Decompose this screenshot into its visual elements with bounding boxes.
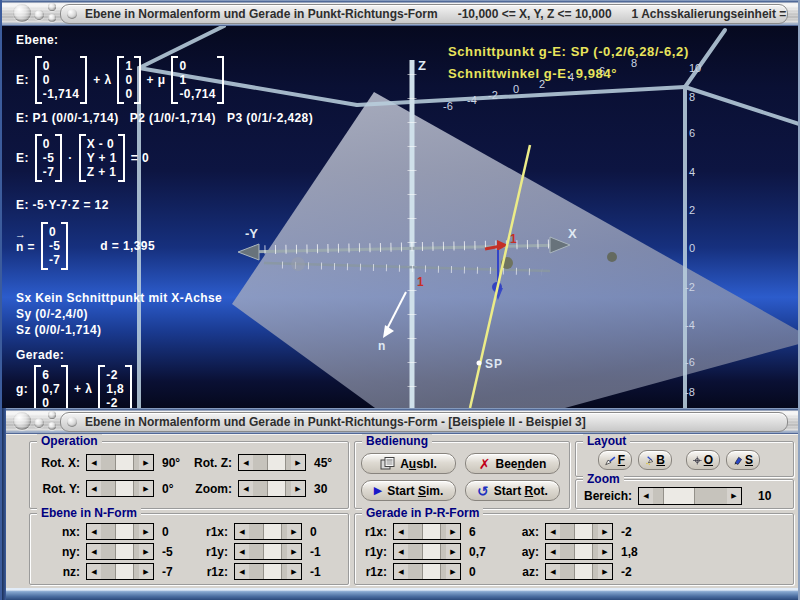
e-r1y-scrollbar[interactable]: ◀▶ [234, 543, 302, 560]
scroll-thumb[interactable] [267, 481, 286, 496]
scroll-left-icon[interactable]: ◀ [394, 524, 408, 539]
3d-viewport[interactable]: Z -Y X SP n 1 1 -6 -4 -2 0 2 4 6 8 10 [2, 26, 798, 408]
scroll-right-icon[interactable]: ▶ [139, 524, 153, 539]
scroll-left-icon[interactable]: ◀ [87, 524, 101, 539]
zoom-scrollbar[interactable]: ◀▶ [238, 480, 306, 497]
panel-titlebar[interactable]: Ebene in Normalenform und Gerade in Punk… [2, 408, 798, 434]
scroll-right-icon[interactable]: ▶ [291, 455, 305, 470]
scroll-left-icon[interactable]: ◀ [394, 544, 408, 559]
ax-scrollbar[interactable]: ◀▶ [545, 523, 613, 540]
panel-button-top[interactable] [48, 411, 56, 419]
scroll-right-icon[interactable]: ▶ [446, 564, 460, 579]
az-scrollbar[interactable]: ◀▶ [545, 563, 613, 580]
panel-button-bottom[interactable] [48, 422, 56, 430]
scroll-left-icon[interactable]: ◀ [235, 564, 249, 579]
layout-o-button[interactable]: O [686, 450, 720, 470]
scroll-track[interactable] [249, 524, 287, 539]
scroll-left-icon[interactable]: ◀ [235, 524, 249, 539]
layout-b-button[interactable]: B [638, 450, 672, 470]
scroll-right-icon[interactable]: ▶ [139, 455, 153, 470]
nz-scrollbar[interactable]: ◀▶ [86, 563, 154, 580]
scroll-thumb[interactable] [574, 524, 593, 539]
scroll-track[interactable] [408, 564, 446, 579]
e-r1x-scrollbar[interactable]: ◀▶ [234, 523, 302, 540]
scroll-right-icon[interactable]: ▶ [446, 524, 460, 539]
scroll-left-icon[interactable]: ◀ [546, 524, 560, 539]
ausbl-button[interactable]: Ausbl. [361, 453, 456, 474]
scroll-left-icon[interactable]: ◀ [239, 455, 253, 470]
g-r1x-scrollbar[interactable]: ◀▶ [393, 523, 461, 540]
ny-scrollbar[interactable]: ◀▶ [86, 543, 154, 560]
scroll-thumb[interactable] [263, 544, 282, 559]
window-titlebar[interactable]: Ebene in Normalenform und Gerade in Punk… [2, 0, 798, 26]
scroll-thumb[interactable] [115, 524, 134, 539]
scroll-track[interactable] [249, 564, 287, 579]
scroll-thumb[interactable] [422, 564, 441, 579]
g-r1z-scrollbar[interactable]: ◀▶ [393, 563, 461, 580]
window-button-top[interactable] [48, 3, 56, 11]
scroll-right-icon[interactable]: ▶ [287, 524, 301, 539]
scroll-right-icon[interactable]: ▶ [139, 544, 153, 559]
scroll-thumb[interactable] [115, 564, 134, 579]
scroll-right-icon[interactable]: ▶ [287, 564, 301, 579]
layout-s-button[interactable]: S [726, 450, 760, 470]
scroll-left-icon[interactable]: ◀ [235, 544, 249, 559]
rot-z-scrollbar[interactable]: ◀▶ [238, 454, 306, 471]
scroll-thumb[interactable] [422, 524, 441, 539]
scroll-left-icon[interactable]: ◀ [87, 564, 101, 579]
scroll-thumb[interactable] [663, 488, 695, 504]
scroll-track[interactable] [253, 455, 291, 470]
scroll-track[interactable] [101, 455, 139, 470]
scroll-right-icon[interactable]: ▶ [139, 481, 153, 496]
scroll-track[interactable] [101, 481, 139, 496]
scroll-thumb[interactable] [263, 564, 282, 579]
scroll-thumb[interactable] [263, 524, 282, 539]
scroll-right-icon[interactable]: ▶ [446, 544, 460, 559]
scroll-thumb[interactable] [115, 544, 134, 559]
scroll-track[interactable] [249, 544, 287, 559]
scroll-track[interactable] [653, 488, 727, 504]
scroll-left-icon[interactable]: ◀ [87, 481, 101, 496]
start-rot-button[interactable]: ↺ Start Rot. [465, 480, 560, 501]
scroll-left-icon[interactable]: ◀ [394, 564, 408, 579]
scroll-right-icon[interactable]: ▶ [291, 481, 305, 496]
scroll-track[interactable] [253, 481, 291, 496]
scroll-left-icon[interactable]: ◀ [546, 564, 560, 579]
window-button-small[interactable] [34, 10, 44, 20]
scroll-left-icon[interactable]: ◀ [87, 544, 101, 559]
scroll-right-icon[interactable]: ▶ [139, 564, 153, 579]
scroll-track[interactable] [101, 544, 139, 559]
window-button-large[interactable] [13, 4, 31, 22]
scroll-right-icon[interactable]: ▶ [598, 544, 612, 559]
window-button-bottom[interactable] [48, 14, 56, 22]
scroll-track[interactable] [101, 564, 139, 579]
rot-x-scrollbar[interactable]: ◀▶ [86, 454, 154, 471]
scroll-track[interactable] [560, 524, 598, 539]
start-sim-button[interactable]: ▶ Start Sim. [361, 480, 456, 501]
scroll-track[interactable] [408, 524, 446, 539]
scroll-left-icon[interactable]: ◀ [239, 481, 253, 496]
g-r1y-scrollbar[interactable]: ◀▶ [393, 543, 461, 560]
ay-scrollbar[interactable]: ◀▶ [545, 543, 613, 560]
scroll-left-icon[interactable]: ◀ [639, 488, 653, 504]
scroll-thumb[interactable] [115, 481, 134, 496]
scroll-right-icon[interactable]: ▶ [727, 488, 741, 504]
scroll-left-icon[interactable]: ◀ [546, 544, 560, 559]
scroll-thumb[interactable] [115, 455, 134, 470]
nx-scrollbar[interactable]: ◀▶ [86, 523, 154, 540]
scroll-track[interactable] [560, 564, 598, 579]
scroll-right-icon[interactable]: ▶ [598, 564, 612, 579]
scroll-thumb[interactable] [574, 544, 593, 559]
scroll-right-icon[interactable]: ▶ [598, 524, 612, 539]
bereich-scrollbar[interactable]: ◀▶ [638, 487, 742, 505]
beenden-button[interactable]: ✗ Beenden [465, 453, 560, 474]
scroll-thumb[interactable] [267, 455, 286, 470]
e-r1z-scrollbar[interactable]: ◀▶ [234, 563, 302, 580]
panel-button-small[interactable] [34, 418, 44, 428]
scroll-track[interactable] [560, 544, 598, 559]
rot-y-scrollbar[interactable]: ◀▶ [86, 480, 154, 497]
layout-f-button[interactable]: F [598, 450, 632, 470]
scroll-right-icon[interactable]: ▶ [287, 544, 301, 559]
scroll-left-icon[interactable]: ◀ [87, 455, 101, 470]
scroll-track[interactable] [408, 544, 446, 559]
